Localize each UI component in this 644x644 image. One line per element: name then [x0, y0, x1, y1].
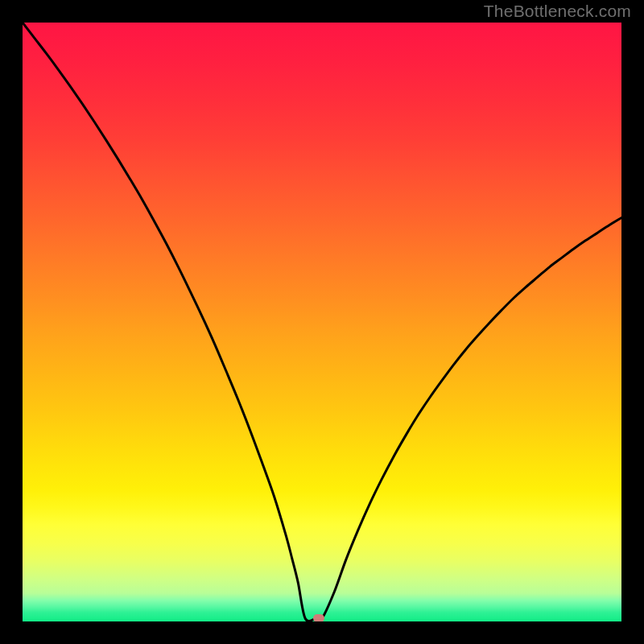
minimum-marker	[313, 614, 324, 621]
watermark-text: TheBottleneck.com	[484, 2, 631, 21]
plot-area	[23, 23, 621, 621]
chart-container: TheBottleneck.com	[0, 0, 644, 644]
plot-svg	[23, 23, 621, 621]
gradient-background	[23, 23, 621, 621]
